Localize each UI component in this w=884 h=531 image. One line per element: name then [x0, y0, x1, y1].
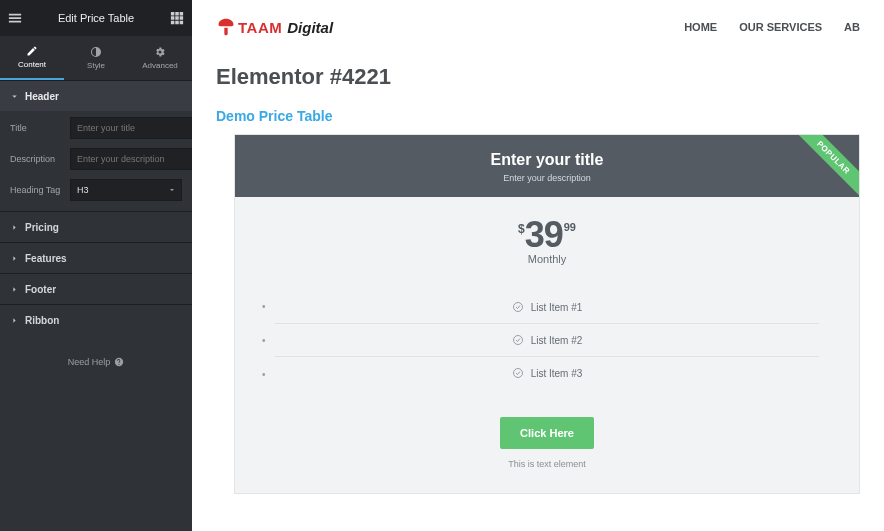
tab-advanced[interactable]: Advanced [128, 36, 192, 80]
need-help-label: Need Help [68, 357, 111, 367]
price-table-caption: This is text element [275, 459, 819, 469]
help-icon [114, 357, 124, 367]
feature-label: List Item #3 [531, 368, 583, 379]
price-table-description: Enter your description [243, 173, 851, 183]
check-circle-icon [512, 334, 524, 346]
heading-tag-label: Heading Tag [10, 185, 64, 195]
check-circle-icon [512, 367, 524, 379]
price-table-body: $ 39 99 Monthly • List Item #1 • [235, 197, 859, 493]
price-line: $ 39 99 [518, 217, 576, 253]
title-label: Title [10, 123, 64, 133]
nav-services[interactable]: OUR SERVICES [739, 21, 822, 33]
price-table-header: Enter your title Enter your description [235, 135, 859, 197]
main-nav: HOME OUR SERVICES AB [684, 21, 860, 33]
svg-point-2 [513, 369, 522, 378]
editor-panel: Edit Price Table Content Style Advanced … [0, 0, 192, 531]
feature-item: List Item #2 [275, 324, 819, 357]
site-topbar: TAAM Digital HOME OUR SERVICES AB [192, 0, 884, 54]
section-header: Header Title Description Heading Tag H3 [0, 80, 192, 211]
feature-item: List Item #1 [275, 291, 819, 324]
panel-title: Edit Price Table [58, 12, 134, 24]
svg-point-0 [513, 303, 522, 312]
section-header-toggle[interactable]: Header [0, 81, 192, 111]
svg-point-1 [513, 336, 522, 345]
price-amount: 39 [525, 217, 563, 253]
bullet-icon: • [262, 369, 266, 380]
tab-content-label: Content [18, 60, 46, 69]
price-cents: 99 [564, 221, 576, 233]
bullet-icon: • [262, 335, 266, 346]
demo-price-table-heading: Demo Price Table [216, 108, 860, 124]
description-label: Description [10, 154, 64, 164]
nav-about[interactable]: AB [844, 21, 860, 33]
bullet-icon: • [262, 301, 266, 312]
price-table-title: Enter your title [243, 151, 851, 169]
tab-style-label: Style [87, 61, 105, 70]
need-help-link[interactable]: Need Help [0, 357, 192, 367]
section-ribbon-toggle[interactable]: Ribbon [0, 305, 192, 335]
site-logo[interactable]: TAAM Digital [216, 17, 333, 37]
logo-text-a: TAAM [238, 19, 282, 36]
price-period: Monthly [275, 253, 819, 265]
panel-topbar: Edit Price Table [0, 0, 192, 36]
feature-label: List Item #1 [531, 302, 583, 313]
price-table-widget[interactable]: POPULAR Enter your title Enter your desc… [234, 134, 860, 494]
price-currency: $ [518, 222, 525, 236]
hamburger-icon[interactable] [8, 11, 22, 25]
title-input[interactable] [70, 117, 196, 139]
nav-home[interactable]: HOME [684, 21, 717, 33]
panel-tabs: Content Style Advanced [0, 36, 192, 80]
widgets-grid-icon[interactable] [170, 11, 184, 25]
preview-area: TAAM Digital HOME OUR SERVICES AB Elemen… [192, 0, 884, 531]
cta-button[interactable]: Click Here [500, 417, 594, 449]
features-list: • List Item #1 • List Item #2 • [275, 291, 819, 389]
section-features-toggle[interactable]: Features [0, 243, 192, 273]
section-header-label: Header [25, 91, 59, 102]
section-ribbon-label: Ribbon [25, 315, 59, 326]
section-pricing-toggle[interactable]: Pricing [0, 212, 192, 242]
tab-content[interactable]: Content [0, 36, 64, 80]
header-controls: Title Description Heading Tag H3 [0, 111, 192, 211]
section-features-label: Features [25, 253, 67, 264]
logo-text-b: Digital [287, 19, 333, 36]
description-input[interactable] [70, 148, 196, 170]
heading-tag-select[interactable]: H3 [70, 179, 182, 201]
check-circle-icon [512, 301, 524, 313]
tab-style[interactable]: Style [64, 36, 128, 80]
tab-advanced-label: Advanced [142, 61, 178, 70]
feature-label: List Item #2 [531, 335, 583, 346]
page-content: Elementor #4221 Demo Price Table POPULAR… [192, 54, 884, 494]
logo-icon [216, 17, 236, 37]
feature-item: List Item #3 [275, 357, 819, 389]
section-footer-label: Footer [25, 284, 56, 295]
section-footer-toggle[interactable]: Footer [0, 274, 192, 304]
page-title: Elementor #4221 [216, 64, 860, 90]
section-pricing-label: Pricing [25, 222, 59, 233]
